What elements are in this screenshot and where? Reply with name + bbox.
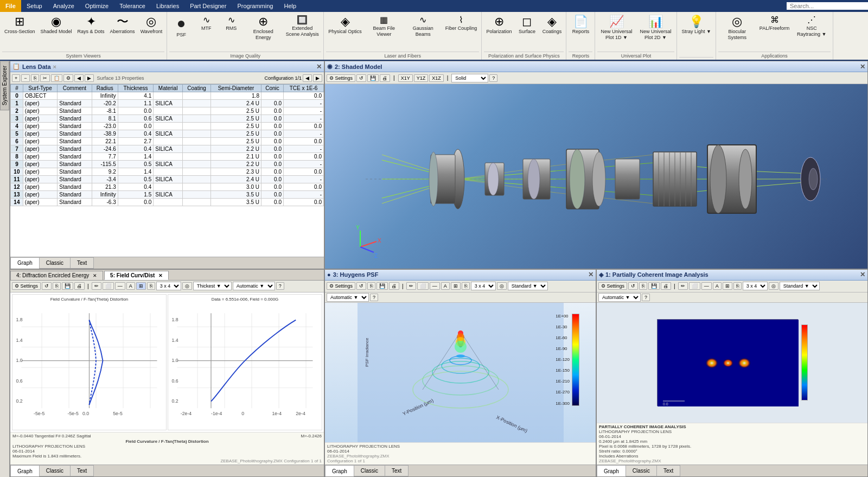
pci-auto-select[interactable]: Automatic ▼	[598, 293, 641, 302]
shaded-save[interactable]: 💾	[367, 74, 379, 82]
field-rect[interactable]: ⬜	[103, 282, 114, 290]
lens-tab-text[interactable]: Text	[70, 257, 94, 269]
table-row[interactable]: 13 (aper) Standard Infinity 1.5 SILICA 3…	[11, 191, 324, 199]
pci-refresh[interactable]: ↺	[628, 282, 638, 290]
lens-tab-graph[interactable]: Graph	[10, 257, 39, 269]
shaded-settings-btn[interactable]: ⚙ Settings	[327, 74, 355, 82]
pci-tab-classic[interactable]: Classic	[626, 465, 656, 476]
ribbon-coatings[interactable]: ◈ Coatings	[540, 14, 564, 36]
ribbon-fiber-coupling[interactable]: ⌇ Fiber Coupling	[443, 14, 480, 33]
ribbon-gaussian[interactable]: ∿ Gaussian Beams	[404, 14, 442, 39]
table-row[interactable]: 0 OBJECT Infinity 4.1 1.8 0.0	[11, 92, 324, 100]
huygens-help[interactable]: ?	[370, 294, 378, 301]
table-row[interactable]: 3 (aper) Standard 8.1 0.6 SILICA 2.5 U 0…	[11, 115, 324, 123]
pci-text-btn[interactable]: A	[713, 282, 722, 290]
field-automatic-select[interactable]: Automatic ▼	[233, 282, 275, 290]
huygens-line[interactable]: —	[430, 282, 440, 290]
programming-menu[interactable]: Programming	[232, 2, 278, 10]
ribbon-mtf[interactable]: ∿ MTF	[194, 14, 218, 33]
field-grid-overlay[interactable]: ⊞	[136, 282, 146, 290]
ribbon-pal-freeform[interactable]: ⌘ PAL/Freeform	[757, 14, 792, 33]
diff-encircled-tab[interactable]: 4: Diffraction Encircled Energy ✕	[10, 271, 103, 280]
ribbon-biocular[interactable]: ◎ Biocular Systems	[718, 14, 756, 42]
surface-nav-prev[interactable]: ◀	[74, 74, 84, 82]
shaded-refresh[interactable]: ↺	[356, 74, 366, 82]
pci-copy[interactable]: ⎘	[639, 282, 647, 290]
ribbon-polarization[interactable]: ⊕ Polarization	[484, 14, 514, 36]
surface-props-btn[interactable]: ⚙	[63, 74, 73, 82]
table-row[interactable]: 7 (aper) Standard -24.6 0.4 SILICA 2.2 U…	[11, 145, 324, 153]
table-row[interactable]: 2 (aper) Standard -8.1 0.0 2.5 U 0.0 -	[11, 107, 324, 115]
huygens-standard-select[interactable]: Standard ▼	[508, 282, 548, 290]
lens-tab-classic[interactable]: Classic	[39, 257, 70, 269]
tolerance-menu[interactable]: Tolerance	[114, 2, 151, 10]
shaded-help[interactable]: ?	[489, 74, 497, 82]
table-row[interactable]: 9 (aper) Standard -115.5 0.5 SILICA 2.2 …	[11, 161, 324, 168]
ribbon-wavefront[interactable]: ◎ Wavefront	[138, 14, 165, 36]
huygens-rect[interactable]: ⬜	[417, 282, 429, 290]
ribbon-psf[interactable]: ● PSF	[169, 14, 193, 40]
shaded-print[interactable]: 🖨	[380, 74, 390, 82]
shaded-x1z[interactable]: X1Z	[429, 74, 444, 82]
pci-grid-btn[interactable]: ⊞	[723, 282, 732, 290]
table-row[interactable]: 12 (aper) Standard 21.3 0.4 3.0 U 0.0 0.…	[11, 183, 324, 191]
field-curv-tab[interactable]: 5: Field Curv/Dist ✕	[104, 271, 169, 280]
field-help[interactable]: ?	[276, 282, 284, 290]
pci-grid-select[interactable]: 3 x 4	[743, 282, 768, 290]
config-prev[interactable]: ◀	[303, 74, 312, 82]
field-settings-btn[interactable]: ⚙ Settings	[12, 282, 41, 290]
table-row[interactable]: 6 (aper) Standard 22.1 2.7 2.5 U 0.0 0.0	[11, 138, 324, 145]
table-row[interactable]: 14 (aper) Standard -6.3 0.0 3.5 U 0.0 0.…	[11, 199, 324, 206]
huygens-print[interactable]: 🖨	[389, 282, 399, 290]
huygens-pencil[interactable]: ✏	[406, 282, 416, 290]
ribbon-nsc[interactable]: ⋰ NSC Raytracing ▼	[793, 14, 831, 39]
pci-copy2[interactable]: ⎘	[733, 282, 742, 290]
pci-line[interactable]: —	[701, 282, 712, 290]
delete-surface-btn[interactable]: −	[21, 74, 29, 82]
huygens-save[interactable]: 💾	[376, 282, 388, 290]
pci-help[interactable]: ?	[642, 294, 650, 301]
setup-menu[interactable]: Setup	[21, 2, 48, 10]
huygens-text-btn[interactable]: A	[441, 282, 450, 290]
field-refresh[interactable]: ↺	[42, 282, 52, 290]
field-target[interactable]: ◎	[182, 282, 192, 290]
field-line[interactable]: —	[115, 282, 125, 290]
ribbon-surface[interactable]: ◻ Surface	[515, 14, 539, 36]
field-tab-text[interactable]: Text	[70, 465, 94, 476]
ribbon-rays-dots[interactable]: ✦ Rays & Dots	[75, 14, 107, 36]
table-row[interactable]: 8 (aper) Standard 7.7 1.4 2.1 U 0.0 0.0	[11, 153, 324, 161]
huygens-settings-btn[interactable]: ⚙ Settings	[327, 282, 355, 290]
part-designer-menu[interactable]: Part Designer	[184, 2, 232, 10]
table-row[interactable]: 4 (aper) Standard -23.0 0.0 2.5 U 0.0 0.…	[11, 123, 324, 130]
shaded-x1y[interactable]: X1Y	[398, 74, 413, 82]
libraries-menu[interactable]: Libraries	[151, 2, 184, 10]
field-copy2[interactable]: ⎘	[147, 282, 155, 290]
shaded-y1z[interactable]: Y1Z	[414, 74, 429, 82]
field-print[interactable]: 🖨	[74, 282, 85, 290]
search-input[interactable]	[787, 2, 868, 10]
huygens-tab-graph[interactable]: Graph	[325, 465, 354, 476]
huygens-tab-text[interactable]: Text	[385, 465, 409, 476]
huygens-close[interactable]: ✕	[588, 271, 593, 278]
surface-nav-next[interactable]: ▶	[85, 74, 94, 82]
pci-print[interactable]: 🖨	[661, 282, 671, 290]
table-row[interactable]: 10 (aper) Standard 9.2 1.4 2.3 U 0.0 0.0	[11, 168, 324, 176]
huygens-auto-select[interactable]: Automatic ▼	[327, 293, 369, 302]
help-menu[interactable]: Help	[278, 2, 302, 10]
field-thickest-select[interactable]: Thickest ▼	[193, 282, 232, 290]
optimize-menu[interactable]: Optimize	[80, 2, 114, 10]
huygens-refresh[interactable]: ↺	[356, 282, 366, 290]
paste-btn[interactable]: 📋	[51, 74, 62, 82]
ribbon-enclosed-energy[interactable]: ⊕ Enclosed Energy	[244, 14, 282, 42]
pci-rect[interactable]: ⬜	[689, 282, 700, 290]
pci-settings-btn[interactable]: ⚙ Settings	[598, 282, 627, 290]
ribbon-cross-section[interactable]: ⊞ Cross-Section	[2, 14, 37, 36]
field-tab-graph[interactable]: Graph	[10, 465, 39, 476]
cut-btn[interactable]: ✂	[40, 74, 50, 82]
solid-select[interactable]: SolidWireframe	[451, 74, 488, 82]
pci-standard-select[interactable]: Standard ▼	[780, 282, 820, 290]
system-explorer-tab[interactable]: System Explorer	[0, 61, 9, 110]
pci-pencil[interactable]: ✏	[678, 282, 688, 290]
ribbon-stray-light[interactable]: 💡 Stray Light ▼	[679, 14, 713, 36]
field-save[interactable]: 💾	[62, 282, 73, 290]
